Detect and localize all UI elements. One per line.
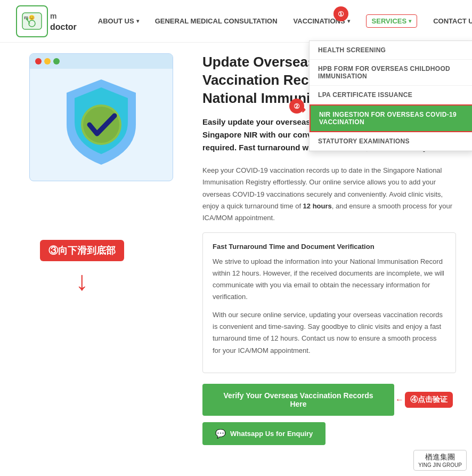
watermark: 楢進集團 YING JIN GROUP <box>413 450 467 471</box>
info-section-body1: We strive to upload the information into… <box>213 256 446 303</box>
watermark-chinese: 楢進集團 <box>418 453 462 462</box>
button-area: Verify Your Overseas Vaccination Records… <box>202 384 456 445</box>
browser-dots <box>30 54 173 69</box>
step4-label: ④点击验证 <box>405 392 453 408</box>
step4-arrow-icon: ← <box>395 395 404 405</box>
info-section: Fast Turnaround Time and Document Verifi… <box>202 232 456 373</box>
whatsapp-button[interactable]: 💬 Whatsapp Us for Enquiry <box>202 422 325 445</box>
dropdown-hpb-form[interactable]: HPB FORM FOR OVERSEAS CHILDHOOD IMMUNISA… <box>310 60 472 86</box>
svg-text:😊: 😊 <box>29 14 35 21</box>
browser-illustration <box>29 53 173 181</box>
services-dropdown: HEALTH SCREENING HPB FORM FOR OVERSEAS C… <box>309 41 472 151</box>
logo-box: m 😊 <box>16 5 48 37</box>
step3-down-arrow-icon: ↓ <box>76 267 89 296</box>
dot-green <box>53 58 60 64</box>
step3-annotation: ③向下滑到底部 ↓ <box>40 240 124 296</box>
dropdown-lpa[interactable]: LPA CERTIFICATE ISSUANCE <box>310 86 472 104</box>
nav-about-us[interactable]: ABOUT US ▾ <box>98 17 139 25</box>
dropdown-statutory[interactable]: STATUTORY EXAMINATIONS <box>310 132 472 151</box>
nav-links: ABOUT US ▾ GENERAL MEDICAL CONSULTATION … <box>98 14 472 28</box>
info-section-body2: With our secure online service, updating… <box>213 309 446 356</box>
left-panel: ③向下滑到底部 ↓ <box>16 53 186 445</box>
watermark-english: YING JIN GROUP <box>418 462 462 468</box>
logo-text: m doctor <box>50 10 77 33</box>
nav-general-consultation[interactable]: GENERAL MEDICAL CONSULTATION <box>155 17 278 25</box>
verify-button[interactable]: Verify Your Overseas Vaccination Records… <box>202 384 394 416</box>
nav-contact-us[interactable]: CONTACT US <box>433 17 472 25</box>
step3-badge: ③向下滑到底部 <box>40 240 124 261</box>
dot-red <box>35 58 42 64</box>
info-section-title: Fast Turnaround Time and Document Verifi… <box>213 243 446 251</box>
vaccinations-chevron-icon: ▾ <box>347 18 350 24</box>
nav-services[interactable]: SERVICES ▾ <box>366 14 418 28</box>
step1-circle: ① <box>333 6 348 21</box>
step2-arrow: ➜ <box>298 104 306 116</box>
svg-point-5 <box>26 18 28 20</box>
logo-area[interactable]: m 😊 m doctor <box>16 5 77 37</box>
about-chevron-icon: ▾ <box>136 18 139 24</box>
body-text-1: Keep your COVID-19 vaccination records u… <box>202 165 456 223</box>
dot-yellow <box>44 58 51 64</box>
browser-body <box>30 69 173 175</box>
services-chevron-icon: ▾ <box>409 18 411 24</box>
whatsapp-icon: 💬 <box>215 429 226 439</box>
shield-icon <box>59 74 144 170</box>
navbar: m 😊 m doctor ABOUT US ▾ GENERAL MEDICAL … <box>0 0 472 43</box>
dropdown-nir[interactable]: NIR INGESTION FOR OVERSEAS COVID-19 VACC… <box>310 104 472 132</box>
dropdown-health-screening[interactable]: HEALTH SCREENING <box>310 41 472 60</box>
